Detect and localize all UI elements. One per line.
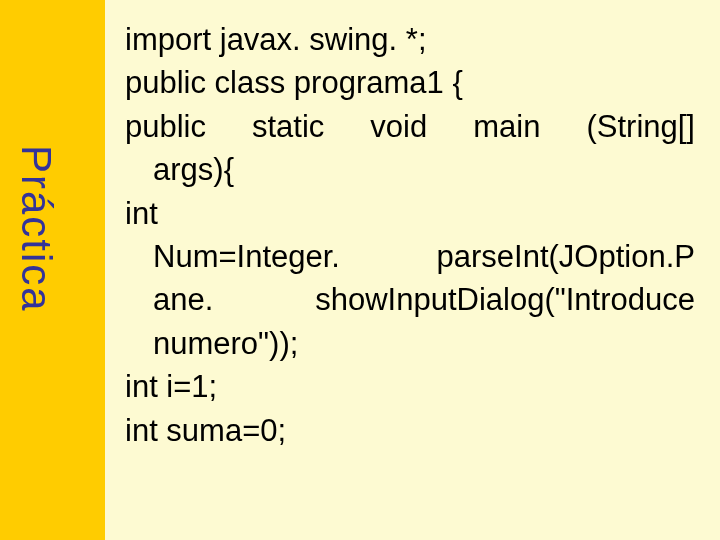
code-block: import javax. swing. *; public class pro… [125,18,695,452]
code-line-4b: Num=Integer. parseInt(JOption.P [125,235,695,278]
code-line-6: int suma=0; [125,409,695,452]
sidebar-title: Práctica [12,145,60,313]
code-line-5: int i=1; [125,365,695,408]
code-line-3b: args){ [125,148,695,191]
code-line-4c: ane. showInputDialog("Introduce [125,278,695,321]
code-line-2: public class programa1 { [125,61,695,104]
code-line-4d: numero")); [125,322,695,365]
code-line-1: import javax. swing. *; [125,18,695,61]
code-line-3a: public static void main (String[] [125,105,695,148]
code-line-4a: int [125,192,695,235]
sidebar: Práctica [0,0,105,540]
